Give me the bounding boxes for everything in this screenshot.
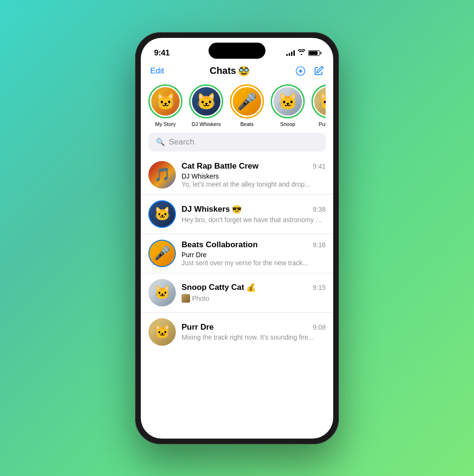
story-item-purr-dre[interactable]: 🐱 Purr Dre [311,84,326,127]
chat-content-snoop: Snoop Catty Cat 💰 9:15 Photo [182,283,326,303]
dynamic-island [209,43,265,59]
phone-frame: 9:41 Edit [135,32,339,444]
header-actions [295,66,324,76]
chat-item-snoop-catty-cat[interactable]: 🐱 Snoop Catty Cat 💰 9:15 Photo [141,273,333,313]
photo-thumb-snoop [182,294,190,303]
status-time: 9:41 [154,48,170,58]
search-icon: 🔍 [156,138,165,146]
story-item-my-story[interactable]: 🐱 My Story [148,84,182,127]
chat-name-cat-rap-battle-crew: Cat Rap Battle Crew [182,162,258,171]
story-label-dj: DJ Whiskers [191,121,221,127]
chat-sender-cat-rap-battle-crew: DJ Whiskers [182,172,326,180]
chat-avatar-ring-dj [148,200,176,228]
status-icons [286,49,320,56]
chat-top-dj: DJ Whiskers 😎 9:38 [182,205,326,215]
story-label-snoop: Snoop [280,121,295,127]
chat-content-beats: Beats Collaboration 9:16 Purr Dre Just s… [182,240,326,267]
chat-item-beats-collab[interactable]: 🎤 Beats Collaboration 9:16 Purr Dre Just… [141,234,333,273]
chat-avatar-cat-rap-battle-crew: 🎵 [148,161,176,189]
chat-top-beats: Beats Collaboration 9:16 [182,240,326,250]
battery-icon [308,50,320,56]
phone-screen: 9:41 Edit [141,38,333,439]
chat-item-purr-dre[interactable]: 🐱 Purr Dre 9:08 Mixing the track right n… [141,313,333,351]
chat-time-snoop: 9:15 [313,284,326,291]
page-title: Chats 🥸 [210,65,250,77]
header: Edit Chats 🥸 [141,62,333,82]
chat-content-dj-whiskers: DJ Whiskers 😎 9:38 Hey bro, don't forget… [182,205,326,224]
story-label-beats: Beats [240,121,254,127]
chat-preview-beats: Just sent over my verse for the new trac… [182,259,326,267]
chat-preview-dj: Hey bro, don't forget we have that astro… [182,216,326,224]
chat-name-snoop: Snoop Catty Cat 💰 [182,283,256,293]
story-avatar-wrapper-purr: 🐱 [311,84,326,118]
status-bar: 9:41 [141,38,333,62]
story-item-snoop[interactable]: 🐱 Snoop [271,84,305,127]
stories-section: 🐱 My Story 🐱 DJ Whiskers [141,82,333,133]
chat-item-dj-whiskers[interactable]: 🐱 DJ Whiskers 😎 9:38 Hey bro, don't forg… [141,195,333,234]
photo-preview-snoop: Photo [182,294,326,303]
search-bar[interactable]: 🔍 Search [148,133,326,152]
chat-content-cat-rap-battle-crew: Cat Rap Battle Crew 9:41 DJ Whiskers Yo,… [182,162,326,188]
chat-top: Cat Rap Battle Crew 9:41 [182,162,326,171]
search-placeholder: Search [169,137,194,147]
chat-avatar-ring-beats [148,240,176,267]
chat-item-cat-rap-battle-crew[interactable]: 🎵 Cat Rap Battle Crew 9:41 DJ Whiskers Y… [141,155,333,195]
stories-scroll: 🐱 My Story 🐱 DJ Whiskers [148,84,326,127]
chat-time-beats: 9:16 [313,241,326,249]
chat-list: 🎵 Cat Rap Battle Crew 9:41 DJ Whiskers Y… [141,155,333,439]
story-avatar-wrapper-beats: 🎤 [230,84,264,118]
story-label-purr: Purr Dre [319,121,326,127]
new-group-button[interactable] [295,66,306,76]
chat-avatar-beats: 🎤 [148,240,176,267]
chat-top-purr: Purr Dre 9:08 [182,323,326,332]
chat-content-purr-dre: Purr Dre 9:08 Mixing the track right now… [182,323,326,341]
chat-time-purr: 9:08 [313,323,326,331]
story-avatar-wrapper-my-story: 🐱 [148,84,182,118]
story-label-my-story: My Story [155,121,175,127]
compose-button[interactable] [313,66,324,76]
story-item-beats[interactable]: 🎤 Beats [230,84,264,127]
chat-avatar-purr-dre: 🐱 [148,318,176,346]
edit-button[interactable]: Edit [150,66,164,76]
signal-icon [286,50,295,56]
chat-sender-beats: Purr Dre [182,251,326,259]
chat-top-snoop: Snoop Catty Cat 💰 9:15 [182,283,326,293]
chat-avatar-snoop: 🐱 [148,279,176,306]
chat-time-dj: 9:38 [313,206,326,213]
chat-time-cat-rap-battle-crew: 9:41 [313,162,326,170]
story-avatar-wrapper-dj: 🐱 [189,84,223,118]
chat-preview-cat-rap-battle-crew: Yo, let's meet at the alley tonight and … [182,180,326,188]
wifi-icon [298,49,305,56]
story-avatar-wrapper-snoop: 🐱 [271,84,305,118]
chat-avatar-dj-whiskers: 🐱 [148,200,176,228]
chat-name-beats: Beats Collaboration [182,240,258,250]
chat-name-dj-whiskers: DJ Whiskers 😎 [182,205,242,215]
chat-name-purr-dre: Purr Dre [182,323,214,332]
story-item-dj-whiskers[interactable]: 🐱 DJ Whiskers [189,84,223,127]
chat-preview-purr: Mixing the track right now. It's soundin… [182,333,326,341]
